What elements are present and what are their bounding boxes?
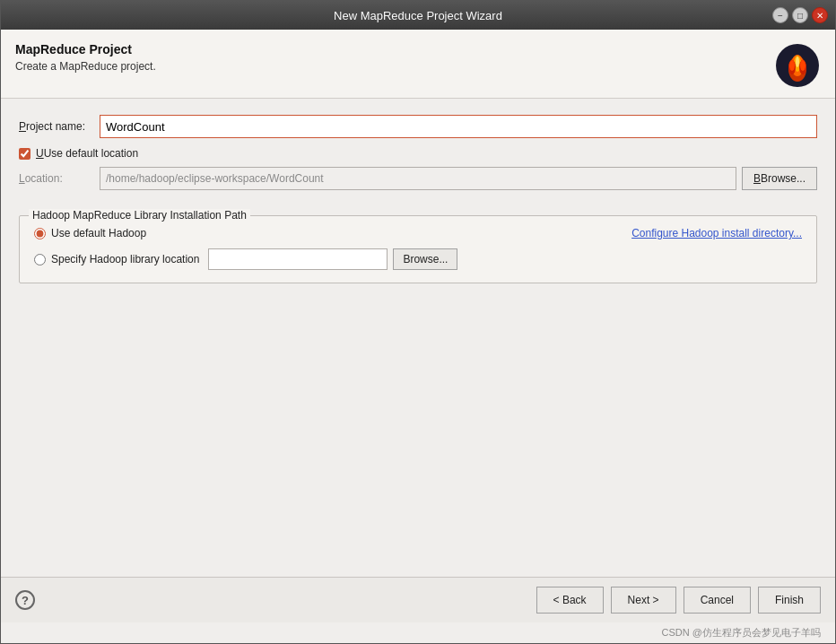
specify-hadoop-label: Specify Hadoop library location (51, 253, 199, 265)
titlebar-title: New MapReduce Project Wizard (334, 9, 502, 22)
wizard-header: MapReduce Project Create a MapReduce pro… (1, 30, 835, 99)
hadoop-section: Hadoop MapReduce Library Installation Pa… (19, 215, 817, 283)
configure-hadoop-link[interactable]: Configure Hadoop install directory... (631, 227, 802, 239)
location-browse-button[interactable]: BBrowse... (742, 167, 817, 190)
close-button[interactable]: ✕ (812, 7, 828, 23)
use-default-location-checkbox[interactable] (19, 148, 30, 160)
watermark: CSDN @仿生程序员会梦见电子羊吗 (1, 622, 835, 643)
titlebar: New MapReduce Project Wizard − □ ✕ (1, 1, 835, 30)
project-name-row: Project name: (19, 115, 817, 138)
help-button[interactable]: ? (15, 590, 35, 610)
use-default-location-row: UUse default location (19, 147, 817, 160)
svg-point-4 (796, 57, 799, 67)
hadoop-section-legend: Hadoop MapReduce Library Installation Pa… (29, 209, 250, 222)
form-section: Project name: UUse default location Loca… (1, 99, 835, 208)
use-default-location-label: UUse default location (36, 147, 138, 160)
use-default-hadoop-radio-group: Use default Hadoop (34, 227, 146, 239)
finish-button[interactable]: Finish (758, 587, 821, 614)
wizard-navigation-buttons: < Back Next > Cancel Finish (536, 587, 821, 614)
titlebar-buttons: − □ ✕ (772, 7, 828, 23)
cancel-button[interactable]: Cancel (684, 587, 751, 614)
minimize-button[interactable]: − (772, 7, 788, 23)
maximize-button[interactable]: □ (792, 7, 808, 23)
svg-point-7 (789, 60, 795, 71)
project-name-label: Project name: (19, 120, 100, 133)
hadoop-library-path-input[interactable] (208, 248, 388, 270)
hadoop-browse-button[interactable]: Browse... (393, 248, 457, 270)
location-input[interactable] (100, 167, 736, 190)
header-text: MapReduce Project Create a MapReduce pro… (15, 42, 156, 73)
next-button[interactable]: Next > (611, 587, 676, 614)
use-default-hadoop-label: Use default Hadoop (51, 227, 146, 239)
wizard-title: MapReduce Project (15, 42, 156, 57)
specify-hadoop-row: Specify Hadoop library location Browse..… (34, 248, 802, 270)
bottom-bar: ? < Back Next > Cancel Finish (1, 577, 835, 622)
back-button[interactable]: < Back (536, 587, 604, 614)
use-default-hadoop-row: Use default Hadoop Configure Hadoop inst… (34, 227, 802, 239)
location-label: Location: (19, 172, 100, 185)
content-spacer (1, 283, 835, 577)
location-row: Location: BBrowse... (19, 167, 817, 190)
wizard-window: New MapReduce Project Wizard − □ ✕ MapRe… (0, 0, 836, 644)
specify-hadoop-radio[interactable] (34, 254, 46, 265)
wizard-icon (774, 42, 821, 89)
svg-point-8 (800, 60, 806, 71)
wizard-content: MapReduce Project Create a MapReduce pro… (1, 30, 835, 643)
wizard-subtitle: Create a MapReduce project. (15, 60, 156, 73)
specify-hadoop-radio-group: Specify Hadoop library location (34, 253, 199, 265)
use-default-hadoop-radio[interactable] (34, 228, 46, 239)
project-name-input[interactable] (100, 115, 817, 138)
